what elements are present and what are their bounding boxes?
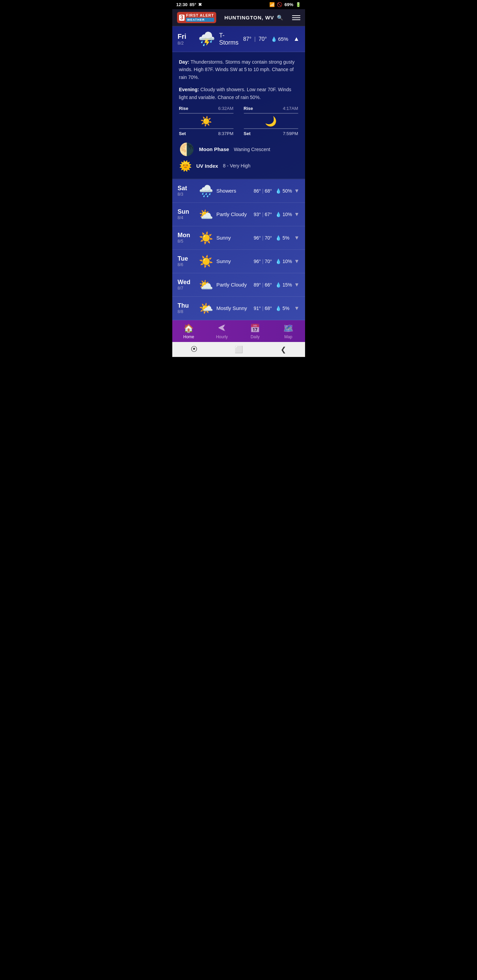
forecast-chevron-0[interactable]: ▼ bbox=[294, 188, 300, 194]
forecast-temps-4: 89° | 66° bbox=[254, 282, 272, 288]
forecast-icon-3: ☀️ bbox=[199, 255, 213, 268]
today-high: 87° bbox=[243, 36, 251, 42]
uv-sun-icon: 🌞 bbox=[179, 160, 192, 172]
bottom-nav: 🏠 Home ⮜ Hourly 📅 Daily 🗺️ Map bbox=[172, 320, 305, 342]
today-precip: 💧 65% bbox=[271, 36, 292, 42]
forecast-date-4: Wed 8/7 bbox=[178, 279, 195, 291]
nav-daily[interactable]: 📅 Daily bbox=[245, 324, 265, 339]
android-home-icon[interactable]: ⬜ bbox=[235, 345, 243, 353]
moon-phase-label: Moon Phase bbox=[199, 146, 229, 152]
status-right: 📶 🚫 69% 🔋 bbox=[269, 2, 301, 7]
map-label: Map bbox=[284, 334, 292, 339]
forecast-precip-4: 💧 15% bbox=[276, 282, 294, 288]
hourly-icon: ⮜ bbox=[218, 324, 226, 333]
forecast-date-0: Sat 8/3 bbox=[178, 185, 195, 197]
moon-bar bbox=[244, 113, 298, 114]
forecast-date-3: Tue 8/6 bbox=[178, 255, 195, 267]
detail-evening-text: Evening: Cloudy with showers. Low near 7… bbox=[179, 86, 298, 101]
moon-phase-row: 🌗 Moon Phase Waning Crescent bbox=[179, 142, 298, 156]
sun-set-time: 8:37PM bbox=[218, 131, 234, 136]
nav-home[interactable]: 🏠 Home bbox=[179, 324, 199, 339]
today-mmdd: 8/2 bbox=[178, 40, 194, 46]
today-expand-chevron[interactable]: ▲ bbox=[294, 35, 300, 43]
today-temps: 87° | 70° bbox=[243, 36, 266, 42]
today-row[interactable]: Fri 8/2 ⛈️ T-Storms 87° | 70° 💧 65% ▲ bbox=[172, 26, 305, 52]
forecast-precip-1: 💧 10% bbox=[276, 212, 294, 217]
map-icon: 🗺️ bbox=[283, 324, 294, 333]
rain-drop-icon: 💧 bbox=[271, 37, 277, 42]
evening-label: Evening: bbox=[179, 87, 199, 92]
today-low: 70° bbox=[258, 36, 266, 42]
status-left: 12:30 85° ✖ bbox=[176, 2, 202, 7]
forecast-temps-1: 93° | 67° bbox=[254, 212, 272, 217]
forecast-condition-1: Partly Cloudy bbox=[217, 211, 254, 217]
nav-map[interactable]: 🗺️ Map bbox=[278, 324, 298, 339]
forecast-condition-2: Sunny bbox=[217, 235, 254, 240]
sun-rise-time: 6:32AM bbox=[218, 106, 234, 111]
status-time: 12:30 bbox=[176, 2, 188, 7]
forecast-row-1[interactable]: Sun 8/4 ⛅ Partly Cloudy 93° | 67° 💧 10% … bbox=[172, 203, 305, 226]
forecast-icon-5: 🌤️ bbox=[199, 301, 213, 315]
nav-hourly[interactable]: ⮜ Hourly bbox=[212, 324, 232, 339]
uv-label: UV Index bbox=[196, 163, 218, 169]
daily-icon: 📅 bbox=[250, 324, 260, 333]
logo-text: FIRST ALERT WEATHER bbox=[186, 13, 214, 22]
forecast-row-2[interactable]: Mon 8/5 ☀️ Sunny 96° | 70° 💧 5% ▼ bbox=[172, 226, 305, 250]
hourly-label: Hourly bbox=[216, 334, 228, 339]
forecast-date-2: Mon 8/5 bbox=[178, 232, 195, 243]
block-icon: 🚫 bbox=[277, 2, 282, 7]
forecast-chevron-3[interactable]: ▼ bbox=[294, 258, 300, 264]
forecast-row-5[interactable]: Thu 8/8 🌤️ Mostly Sunny 91° | 68° 💧 5% ▼ bbox=[172, 297, 305, 320]
forecast-condition-5: Mostly Sunny bbox=[217, 305, 254, 311]
today-condition: T-Storms bbox=[219, 32, 243, 46]
forecast-chevron-1[interactable]: ▼ bbox=[294, 211, 300, 218]
today-weather-icon: ⛈️ bbox=[198, 31, 215, 47]
android-nav-bar: ⦿ ⬜ ❮ bbox=[172, 342, 305, 357]
search-icon[interactable]: 🔍 bbox=[277, 14, 284, 21]
android-recent-icon[interactable]: ⦿ bbox=[191, 345, 198, 353]
status-temp: 85° bbox=[190, 2, 196, 7]
moon-set-time: 7:59PM bbox=[283, 131, 298, 136]
home-label: Home bbox=[183, 334, 194, 339]
sun-block: Rise 6:32AM ☀️ Set 8:37PM bbox=[179, 106, 234, 136]
forecast-chevron-2[interactable]: ▼ bbox=[294, 235, 300, 241]
forecast-chevron-4[interactable]: ▼ bbox=[294, 282, 300, 288]
forecast-row-4[interactable]: Wed 8/7 ⛅ Partly Cloudy 89° | 66° 💧 15% … bbox=[172, 273, 305, 297]
moon-block: Rise 4:17AM 🌙 Set 7:59PM bbox=[244, 106, 298, 136]
forecast-condition-0: Showers bbox=[217, 188, 254, 194]
forecast-icon-4: ⛅ bbox=[199, 278, 213, 292]
forecast-list: Sat 8/3 🌧️ Showers 86° | 68° 💧 50% ▼ Sun… bbox=[172, 179, 305, 320]
logo-first-alert: FIRST ALERT bbox=[186, 13, 214, 18]
app-header: 3 FIRST ALERT WEATHER HUNTINGTON, WV 🔍 bbox=[172, 9, 305, 26]
moon-rise-time: 4:17AM bbox=[283, 106, 298, 111]
logo-number: 3 bbox=[179, 14, 185, 21]
forecast-row-0[interactable]: Sat 8/3 🌧️ Showers 86° | 68° 💧 50% ▼ bbox=[172, 179, 305, 203]
drop-icon-4: 💧 bbox=[276, 282, 281, 288]
android-back-icon[interactable]: ❮ bbox=[281, 345, 286, 353]
app-logo: 3 FIRST ALERT WEATHER bbox=[177, 12, 216, 23]
header-menu[interactable] bbox=[292, 15, 300, 20]
forecast-date-1: Sun 8/4 bbox=[178, 208, 195, 220]
forecast-icon-2: ☀️ bbox=[199, 231, 213, 245]
status-bar: 12:30 85° ✖ 📶 🚫 69% 🔋 bbox=[172, 0, 305, 9]
sun-bar bbox=[179, 113, 234, 114]
header-location: HUNTINGTON, WV 🔍 bbox=[224, 14, 284, 21]
forecast-row-3[interactable]: Tue 8/6 ☀️ Sunny 96° | 70° 💧 10% ▼ bbox=[172, 250, 305, 273]
drop-icon-3: 💧 bbox=[276, 259, 281, 264]
moon-phase-value: Waning Crescent bbox=[234, 147, 270, 152]
drop-icon-2: 💧 bbox=[276, 235, 281, 240]
forecast-chevron-5[interactable]: ▼ bbox=[294, 305, 300, 311]
weather-main: Fri 8/2 ⛈️ T-Storms 87° | 70° 💧 65% ▲ Da… bbox=[172, 26, 305, 320]
sun-icon: ☀️ bbox=[179, 116, 234, 127]
forecast-temps-0: 86° | 68° bbox=[254, 188, 272, 194]
today-date: Fri 8/2 bbox=[178, 33, 194, 46]
sun-set-label: Set bbox=[179, 131, 186, 136]
day-desc: Thunderstorms. Storms may contain strong… bbox=[179, 59, 295, 80]
hamburger-menu[interactable] bbox=[292, 15, 300, 20]
moon-phase-icon: 🌗 bbox=[179, 142, 195, 156]
forecast-icon-0: 🌧️ bbox=[199, 184, 213, 198]
forecast-temps-3: 96° | 70° bbox=[254, 259, 272, 264]
battery-icon: 🔋 bbox=[295, 2, 301, 7]
uv-row: 🌞 UV Index 8 - Very High bbox=[179, 160, 298, 172]
forecast-condition-3: Sunny bbox=[217, 258, 254, 264]
